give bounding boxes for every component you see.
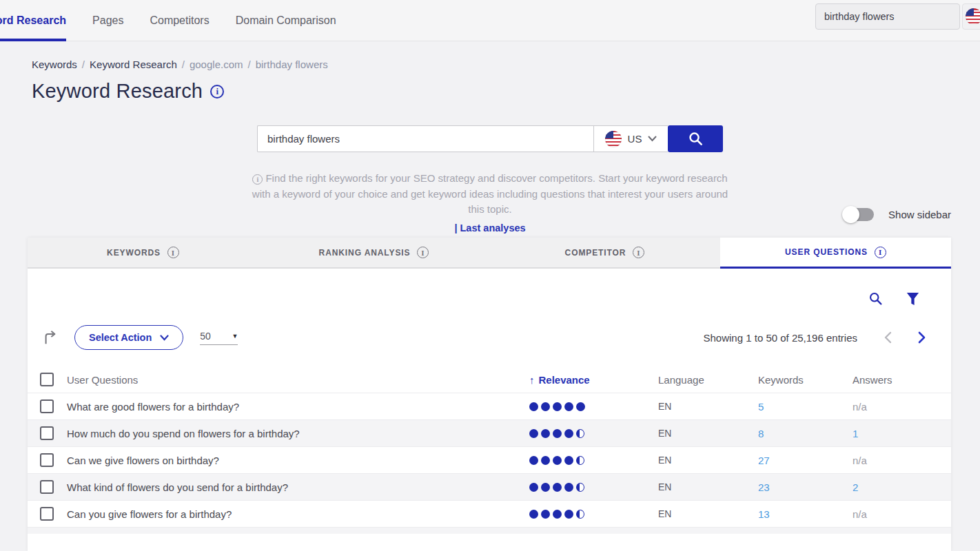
table-filter-button[interactable] bbox=[906, 292, 919, 306]
select-action-dropdown[interactable]: Select Action bbox=[74, 325, 183, 350]
answers-cell: n/a bbox=[853, 508, 951, 520]
topbar-search-input[interactable] bbox=[815, 3, 960, 30]
table-search-button[interactable] bbox=[868, 291, 883, 306]
info-icon[interactable]: i bbox=[633, 247, 644, 258]
nav-item-keyword-research[interactable]: Keyword Research bbox=[0, 0, 66, 41]
row-checkbox[interactable] bbox=[40, 507, 54, 521]
tab-label: USER QUESTIONS bbox=[785, 247, 868, 257]
tab-user-questions[interactable]: USER QUESTIONS i bbox=[720, 238, 951, 269]
keyword-search-bar: US bbox=[257, 125, 723, 152]
relevance-dot bbox=[576, 483, 584, 492]
topbar-search-area bbox=[815, 3, 980, 30]
language-cell: EN bbox=[658, 428, 758, 439]
table-row: Can we give flowers on birthday? EN 27 n… bbox=[28, 446, 951, 473]
relevance-dot bbox=[553, 429, 562, 438]
tab-competitor[interactable]: COMPETITOR i bbox=[489, 238, 720, 269]
row-checkbox[interactable] bbox=[40, 453, 54, 467]
tab-keywords[interactable]: KEYWORDS i bbox=[28, 238, 258, 269]
relevance-dots bbox=[529, 510, 658, 519]
language-cell: EN bbox=[658, 401, 758, 412]
chevron-down-icon bbox=[648, 136, 657, 142]
column-header-user-questions[interactable]: User Questions bbox=[67, 374, 529, 386]
user-questions-table: User Questions ↑Relevance Language Keywo… bbox=[28, 366, 951, 534]
breadcrumb-keywords[interactable]: Keywords bbox=[32, 59, 77, 70]
export-button[interactable] bbox=[43, 330, 58, 345]
column-header-keywords[interactable]: Keywords bbox=[758, 374, 853, 386]
answers-cell[interactable]: 1 bbox=[853, 428, 951, 439]
nav-item-domain-comparison[interactable]: Domain Comparison bbox=[236, 0, 336, 41]
page-title-info-icon[interactable]: i bbox=[210, 85, 224, 98]
column-header-language[interactable]: Language bbox=[658, 374, 758, 386]
keywords-count-link[interactable]: 23 bbox=[758, 481, 853, 493]
relevance-dot bbox=[541, 429, 550, 438]
dropdown-arrow-icon: ▼ bbox=[232, 333, 238, 340]
tab-label: KEYWORDS bbox=[107, 248, 161, 258]
chevron-left-icon bbox=[884, 331, 892, 344]
keywords-count-link[interactable]: 27 bbox=[758, 455, 853, 466]
keyword-search-input[interactable] bbox=[257, 125, 593, 152]
relevance-dot bbox=[553, 456, 562, 465]
filter-funnel-icon bbox=[906, 292, 919, 306]
row-checkbox[interactable] bbox=[40, 426, 54, 440]
relevance-dot bbox=[541, 456, 550, 465]
relevance-dot bbox=[529, 483, 538, 492]
tab-ranking-analysis[interactable]: RANKING ANALYSIS i bbox=[258, 238, 489, 269]
info-icon[interactable]: i bbox=[417, 247, 429, 258]
toggle-knob bbox=[842, 206, 859, 223]
row-checkbox[interactable] bbox=[40, 480, 54, 494]
relevance-dots bbox=[529, 402, 658, 411]
nav-item-pages[interactable]: Pages bbox=[92, 0, 123, 41]
next-page-button[interactable] bbox=[918, 331, 926, 344]
tab-label: RANKING ANALYSIS bbox=[319, 248, 411, 258]
show-sidebar-toggle[interactable] bbox=[844, 208, 874, 221]
breadcrumb-domain[interactable]: google.com bbox=[190, 59, 243, 70]
relevance-dot bbox=[576, 429, 584, 438]
relevance-dot bbox=[541, 510, 550, 519]
relevance-dots bbox=[529, 456, 658, 465]
relevance-dot bbox=[553, 483, 562, 492]
tab-label: COMPETITOR bbox=[565, 248, 626, 258]
select-all-checkbox[interactable] bbox=[40, 373, 54, 386]
relevance-dot bbox=[576, 402, 585, 411]
relevance-dot bbox=[529, 429, 538, 438]
question-text: Can you give flowers for a birthday? bbox=[67, 508, 529, 520]
last-analyses-link[interactable]: | Last analyses bbox=[0, 222, 980, 233]
info-icon[interactable]: i bbox=[875, 247, 886, 258]
chevron-down-icon bbox=[160, 335, 169, 341]
tab-bar: KEYWORDS i RANKING ANALYSIS i COMPETITOR… bbox=[28, 238, 951, 269]
us-flag-icon bbox=[605, 131, 622, 147]
relevance-dot bbox=[564, 483, 573, 492]
topbar-country-selector[interactable] bbox=[962, 3, 980, 30]
table-header-row: User Questions ↑Relevance Language Keywo… bbox=[28, 366, 951, 393]
search-icon bbox=[688, 131, 704, 147]
country-dropdown[interactable]: US bbox=[593, 125, 668, 152]
previous-page-button[interactable] bbox=[884, 331, 892, 344]
keywords-count-link[interactable]: 8 bbox=[758, 428, 853, 439]
top-navigation-bar: Keyword Research Pages Competitors Domai… bbox=[0, 0, 980, 41]
answers-cell: n/a bbox=[853, 455, 951, 466]
table-row: What kind of flowers do you send for a b… bbox=[28, 473, 951, 500]
info-icon: i bbox=[252, 174, 263, 185]
answers-cell[interactable]: 2 bbox=[853, 481, 951, 493]
row-checkbox[interactable] bbox=[40, 399, 54, 413]
sort-ascending-icon: ↑ bbox=[529, 374, 535, 386]
column-header-answers[interactable]: Answers bbox=[853, 374, 951, 386]
keywords-count-link[interactable]: 13 bbox=[758, 508, 853, 520]
keywords-count-link[interactable]: 5 bbox=[758, 401, 853, 413]
breadcrumb-separator: / bbox=[82, 59, 85, 70]
page-size-dropdown[interactable]: 50 ▼ bbox=[200, 331, 238, 345]
keyword-search-button[interactable] bbox=[668, 125, 723, 152]
table-row: Can you give flowers for a birthday? EN … bbox=[28, 500, 951, 527]
question-text: Can we give flowers on birthday? bbox=[67, 455, 529, 466]
breadcrumb: Keywords / Keyword Research / google.com… bbox=[32, 59, 980, 70]
relevance-dots bbox=[529, 483, 658, 492]
breadcrumb-separator: / bbox=[182, 59, 185, 70]
tool-description: i Find the right keywords for your SEO s… bbox=[247, 163, 733, 218]
nav-item-competitors[interactable]: Competitors bbox=[150, 0, 209, 41]
breadcrumb-keyword-research[interactable]: Keyword Research bbox=[90, 59, 177, 70]
column-header-relevance[interactable]: ↑Relevance bbox=[529, 374, 658, 386]
relevance-dot bbox=[529, 510, 538, 519]
relevance-dot bbox=[553, 510, 562, 519]
info-icon[interactable]: i bbox=[167, 247, 179, 258]
partial-next-row bbox=[28, 527, 951, 534]
